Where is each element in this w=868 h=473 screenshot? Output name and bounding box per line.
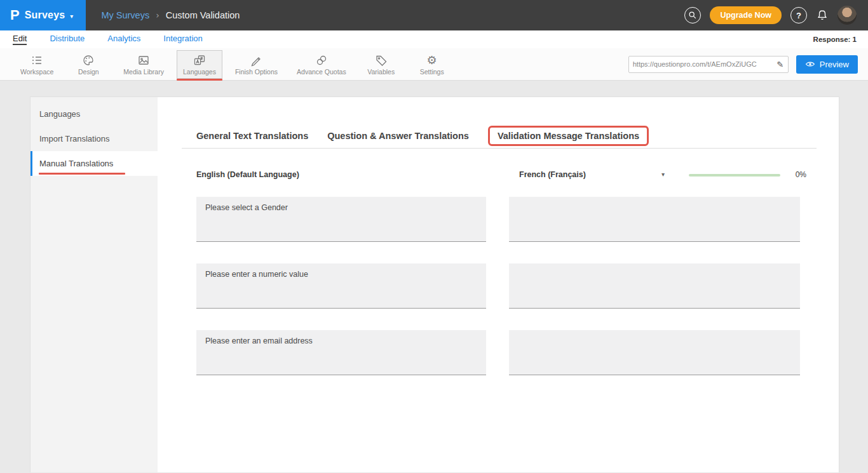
toolbar-item-label: Settings (420, 68, 444, 76)
toolbar-items: Workspace Design Media Library Languages (14, 50, 454, 79)
workspace-icon (30, 53, 44, 67)
survey-nav-bar: Edit Distribute Analytics Integration Re… (0, 30, 868, 48)
translation-row: Please enter an email address (182, 330, 817, 375)
languages-icon (193, 53, 207, 67)
source-text: Please enter a numeric value (196, 263, 486, 309)
search-icon[interactable] (684, 7, 701, 23)
tab-analytics[interactable]: Analytics (107, 34, 140, 45)
tab-edit[interactable]: Edit (13, 34, 27, 45)
toolbar-item-media-library[interactable]: Media Library (117, 50, 170, 79)
translation-tabs: General Text Translations Question & Ans… (182, 126, 817, 145)
finish-options-icon (249, 53, 263, 67)
toolbar-item-label: Finish Options (235, 68, 278, 76)
source-language-header: English (Default Language) (196, 170, 486, 180)
response-count: Response: 1 (813, 36, 857, 43)
sidebar-item-languages[interactable]: Languages (31, 102, 158, 126)
target-text-input[interactable] (509, 197, 800, 242)
languages-card: Languages Import Translations Manual Tra… (30, 97, 839, 472)
content-area: Languages Import Translations Manual Tra… (0, 81, 868, 472)
toolbar-item-settings[interactable]: ⚙ Settings (410, 50, 454, 79)
toolbar-right: ✎ Preview (628, 55, 858, 74)
chevron-down-icon[interactable]: ▾ (661, 171, 665, 178)
breadcrumb-my-surveys[interactable]: My Surveys (101, 10, 149, 20)
translations-panel: General Text Translations Question & Ans… (158, 97, 839, 472)
toolbar-item-label: Languages (183, 68, 216, 76)
questionpro-logo-icon: P (10, 8, 20, 22)
tab-question-answer-translations[interactable]: Question & Answer Translations (327, 128, 469, 144)
toolbar-item-label: Design (78, 68, 99, 76)
target-language-header: French (Français) ▾ 0% (509, 170, 800, 180)
toolbar-item-label: Workspace (20, 68, 53, 76)
app-logo[interactable]: P Surveys ▾ (0, 0, 86, 30)
nav-tabs: Edit Distribute Analytics Integration (13, 34, 203, 45)
sidebar-item-import-translations[interactable]: Import Translations (31, 126, 158, 151)
toolbar-item-design[interactable]: Design (66, 50, 111, 79)
notifications-bell-icon[interactable] (816, 9, 829, 22)
annotation-underline-manual-translations (39, 173, 125, 175)
language-columns-header: English (Default Language) French (Franç… (182, 170, 817, 180)
advance-quotas-icon (315, 53, 329, 67)
translation-progress-percent: 0% (796, 170, 806, 179)
design-icon (81, 53, 95, 67)
tabs-divider (182, 148, 817, 149)
settings-icon: ⚙ (427, 53, 437, 67)
sidebar-item-manual-translations[interactable]: Manual Translations (31, 151, 158, 176)
chevron-down-icon: ▾ (70, 13, 73, 20)
sidebar-item-label: Manual Translations (39, 159, 113, 168)
survey-url-input[interactable] (629, 60, 773, 68)
tab-distribute[interactable]: Distribute (50, 34, 85, 45)
toolbar-item-label: Variables (367, 68, 395, 76)
preview-button[interactable]: Preview (796, 55, 858, 74)
breadcrumb: My Surveys › Custom Validation (101, 10, 240, 20)
source-text: Please select a Gender (196, 197, 486, 242)
toolbar-item-advance-quotas[interactable]: Advance Quotas (290, 50, 353, 79)
toolbar-item-workspace[interactable]: Workspace (14, 50, 60, 79)
tab-general-text-translations[interactable]: General Text Translations (196, 128, 308, 144)
header-actions: Upgrade Now ? (684, 6, 868, 25)
breadcrumb-separator-icon: › (156, 10, 159, 20)
edit-toolbar: Workspace Design Media Library Languages (0, 48, 868, 81)
target-text-input[interactable] (509, 330, 800, 375)
toolbar-item-finish-options[interactable]: Finish Options (229, 50, 284, 79)
breadcrumb-current: Custom Validation (166, 10, 240, 20)
survey-url-box: ✎ (628, 56, 789, 73)
upgrade-now-button[interactable]: Upgrade Now (710, 6, 782, 24)
avatar[interactable] (837, 6, 857, 25)
languages-sidebar: Languages Import Translations Manual Tra… (31, 97, 158, 472)
eye-icon (805, 60, 815, 68)
toolbar-item-languages[interactable]: Languages (177, 50, 222, 79)
toolbar-item-variables[interactable]: Variables (359, 50, 403, 79)
help-icon[interactable]: ? (790, 7, 807, 23)
toolbar-item-label: Media Library (123, 68, 164, 76)
translation-progress-bar (689, 174, 780, 177)
toolbar-item-label: Advance Quotas (297, 68, 346, 76)
target-language-dropdown[interactable]: French (Français) (519, 170, 586, 179)
media-library-icon (137, 53, 151, 67)
annotation-underline-languages (177, 79, 222, 81)
target-text-input[interactable] (509, 263, 800, 309)
tab-validation-message-translations[interactable]: Validation Message Translations (488, 126, 649, 146)
translation-row: Please select a Gender (182, 197, 817, 242)
translation-row: Please enter a numeric value (182, 263, 817, 309)
source-text: Please enter an email address (196, 330, 486, 375)
preview-button-label: Preview (820, 60, 849, 69)
tab-integration[interactable]: Integration (163, 34, 202, 45)
top-header: P Surveys ▾ My Surveys › Custom Validati… (0, 0, 868, 30)
app-name: Surveys (25, 10, 65, 21)
edit-url-pencil-icon[interactable]: ✎ (773, 60, 788, 69)
variables-icon (374, 53, 388, 67)
